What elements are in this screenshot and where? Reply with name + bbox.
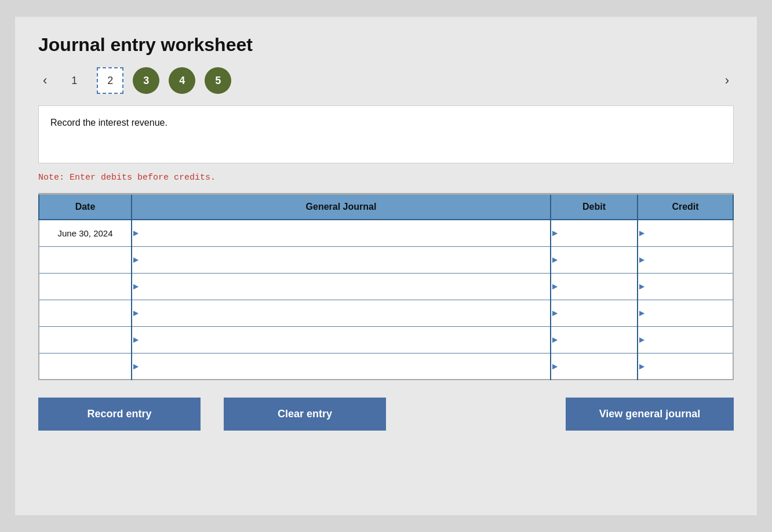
date-cell-1: [39, 246, 132, 273]
credit-input-0[interactable]: [638, 220, 733, 246]
general-cell-1[interactable]: ▶: [132, 246, 551, 273]
credit-cell-4[interactable]: ▶: [638, 326, 733, 353]
credit-input-4[interactable]: [638, 327, 733, 353]
page-4[interactable]: 4: [169, 67, 195, 94]
table-row: ▶▶▶: [39, 246, 733, 273]
general-input-1[interactable]: [132, 247, 550, 273]
debit-cell-3[interactable]: ▶: [551, 300, 638, 326]
debit-cell-2[interactable]: ▶: [551, 273, 638, 300]
debit-input-4[interactable]: [551, 327, 637, 353]
table-row: ▶▶▶: [39, 300, 733, 326]
page-3[interactable]: 3: [133, 67, 159, 94]
table-row: ▶▶▶: [39, 326, 733, 353]
next-arrow[interactable]: ›: [720, 71, 734, 90]
credit-input-5[interactable]: [638, 354, 733, 380]
general-cell-0[interactable]: ▶: [132, 220, 551, 246]
credit-cell-0[interactable]: ▶: [638, 220, 733, 246]
date-cell-5: [39, 353, 132, 380]
note-text: Note: Enter debits before credits.: [38, 173, 734, 183]
view-general-journal-button[interactable]: View general journal: [566, 398, 734, 431]
general-input-5[interactable]: [132, 354, 550, 380]
debit-cell-0[interactable]: ▶: [551, 220, 638, 246]
prev-arrow[interactable]: ‹: [38, 71, 52, 90]
header-debit: Debit: [551, 194, 638, 220]
debit-cell-4[interactable]: ▶: [551, 326, 638, 353]
header-general-journal: General Journal: [132, 194, 551, 220]
page-5[interactable]: 5: [205, 67, 231, 94]
general-cell-4[interactable]: ▶: [132, 326, 551, 353]
credit-cell-3[interactable]: ▶: [638, 300, 733, 326]
general-cell-3[interactable]: ▶: [132, 300, 551, 326]
debit-input-2[interactable]: [551, 274, 637, 300]
main-container: Journal entry worksheet ‹ 1 2 3 4 5 › Re…: [15, 17, 757, 515]
general-input-3[interactable]: [132, 300, 550, 326]
credit-cell-5[interactable]: ▶: [638, 353, 733, 380]
page-title: Journal entry worksheet: [38, 34, 734, 56]
record-entry-button[interactable]: Record entry: [38, 398, 201, 431]
header-date: Date: [39, 194, 132, 220]
date-cell-4: [39, 326, 132, 353]
pagination: ‹ 1 2 3 4 5 ›: [38, 67, 734, 94]
general-input-0[interactable]: [132, 220, 550, 246]
debit-input-5[interactable]: [551, 354, 637, 380]
buttons-row: Record entry Clear entry View general jo…: [38, 398, 734, 431]
debit-input-0[interactable]: [551, 220, 637, 246]
table-header-row: Date General Journal Debit Credit: [39, 194, 733, 220]
general-input-2[interactable]: [132, 274, 550, 300]
clear-entry-button[interactable]: Clear entry: [224, 398, 386, 431]
debit-input-1[interactable]: [551, 247, 637, 273]
debit-cell-5[interactable]: ▶: [551, 353, 638, 380]
credit-input-2[interactable]: [638, 274, 733, 300]
table-row: ▶▶▶: [39, 353, 733, 380]
header-credit: Credit: [638, 194, 733, 220]
general-input-4[interactable]: [132, 327, 550, 353]
general-cell-2[interactable]: ▶: [132, 273, 551, 300]
table-row: June 30, 2024▶▶▶: [39, 220, 733, 246]
table-row: ▶▶▶: [39, 273, 733, 300]
instruction-box: Record the interest revenue.: [38, 105, 734, 163]
credit-input-3[interactable]: [638, 300, 733, 326]
general-cell-5[interactable]: ▶: [132, 353, 551, 380]
page-1[interactable]: 1: [61, 67, 88, 94]
debit-input-3[interactable]: [551, 300, 637, 326]
credit-input-1[interactable]: [638, 247, 733, 273]
instruction-text: Record the interest revenue.: [50, 118, 167, 127]
credit-cell-1[interactable]: ▶: [638, 246, 733, 273]
date-cell-3: [39, 300, 132, 326]
date-cell-0: June 30, 2024: [39, 220, 132, 246]
journal-table: Date General Journal Debit Credit June 3…: [38, 193, 734, 380]
date-cell-2: [39, 273, 132, 300]
credit-cell-2[interactable]: ▶: [638, 273, 733, 300]
debit-cell-1[interactable]: ▶: [551, 246, 638, 273]
page-2[interactable]: 2: [97, 67, 123, 94]
